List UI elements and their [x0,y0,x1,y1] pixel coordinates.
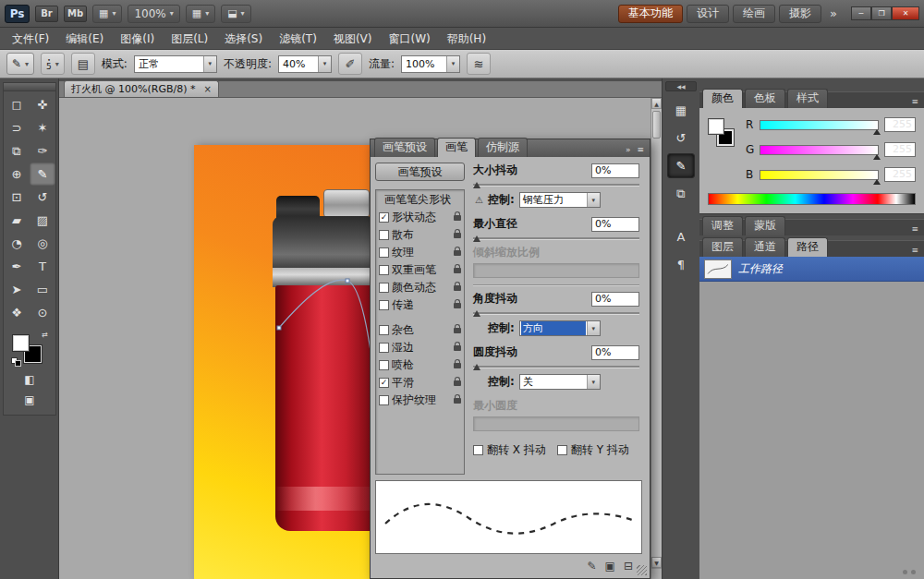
lock-icon[interactable] [454,233,461,238]
green-slider[interactable] [760,145,879,155]
min-diameter-slider[interactable] [473,234,639,242]
hand-tool[interactable]: ❖ [4,301,30,324]
tab-clone-source[interactable]: 仿制源 [478,138,528,157]
slider-thumb[interactable] [473,235,480,242]
option-color-dynamics[interactable]: 颜色动态 [376,279,464,296]
menu-help[interactable]: 帮助(H) [439,28,494,50]
move-tool[interactable]: ✜ [30,93,55,116]
lock-icon[interactable] [454,285,461,291]
lock-icon[interactable] [454,328,461,333]
color-spectrum-ramp[interactable] [708,193,916,205]
flip-y-checkbox-item[interactable]: 翻转 Y 抖动 [557,442,629,458]
checkbox[interactable] [379,230,389,240]
checkbox[interactable] [379,300,389,310]
type-tool[interactable]: T [30,255,55,278]
workspace-overflow-button[interactable]: » [825,6,842,20]
opacity-select[interactable]: 40% ▾ [278,55,332,73]
slider-thumb[interactable] [873,154,881,160]
document-artwork[interactable] [194,145,376,579]
checkbox[interactable] [379,395,389,405]
healing-brush-tool[interactable]: ⊕ [4,163,30,186]
tab-swatches[interactable]: 色板 [745,89,785,108]
expand-dock-button[interactable]: ◀◀ [665,81,697,91]
brushes-panel-icon[interactable]: ✎ [667,153,695,178]
checkbox[interactable] [379,325,389,335]
chevron-down-icon[interactable]: ▾ [587,193,600,207]
canvas-vertical-scrollbar[interactable]: ▲ ▼ [650,98,662,579]
menu-layer[interactable]: 图层(L) [163,28,216,50]
view-extras-button[interactable]: ▦ ▾ [92,5,122,23]
menu-edit[interactable]: 编辑(E) [57,28,112,50]
delete-brush-icon[interactable]: ⊟ [624,560,633,573]
default-colors-icon[interactable] [11,356,23,368]
red-value-input[interactable]: 255 [884,117,916,132]
history-brush-tool[interactable]: ↺ [30,186,55,209]
work-path-row[interactable]: 工作路径 [699,257,924,282]
chevron-down-icon[interactable]: ▾ [587,321,600,335]
eraser-tool[interactable]: ▰ [4,209,30,232]
path-selection-tool[interactable]: ➤ [4,278,30,301]
tab-paths[interactable]: 路径 [787,237,828,257]
blue-value-input[interactable]: 255 [884,167,916,182]
tab-channels[interactable]: 通道 [745,237,785,257]
lasso-tool[interactable]: ⊃ [4,116,30,139]
workspace-design[interactable]: 设计 [687,5,729,23]
green-value-input[interactable]: 255 [884,142,916,157]
panel-menu-icon[interactable]: ≡ [911,246,921,257]
lock-icon[interactable] [454,363,461,368]
checkbox[interactable] [379,247,389,258]
pen-tool[interactable]: ✒ [4,255,30,278]
brush-tool[interactable]: ✎ [30,163,55,186]
document-tab[interactable]: 打火机 @ 100%(RGB/8) * × [64,80,219,97]
screen-mode-toggle-button[interactable]: ▣ [17,390,43,409]
flip-x-checkbox-item[interactable]: 翻转 X 抖动 [473,442,546,458]
quick-selection-tool[interactable]: ✶ [30,116,55,139]
new-brush-icon[interactable]: ▣ [605,560,615,573]
preview-toggle-icon[interactable]: ✎ [588,560,597,573]
checkbox[interactable] [379,343,389,353]
min-diameter-input[interactable]: 0% [591,217,639,232]
panel-menu-icon[interactable]: ≡ [637,145,644,154]
size-control-dropdown[interactable]: 钢笔压力 ▾ [519,192,601,208]
option-wet-edges[interactable]: 湿边 [376,339,464,356]
blur-tool[interactable]: ◔ [4,232,30,255]
checkbox[interactable] [379,265,389,275]
red-slider[interactable] [760,120,879,130]
flow-select[interactable]: 100% ▾ [401,55,460,73]
option-protect-texture[interactable]: 保护纹理 [376,392,464,409]
foreground-color-swatch[interactable] [12,334,30,352]
slider-thumb[interactable] [473,182,480,188]
roundness-jitter-input[interactable]: 0% [591,345,639,360]
tab-styles[interactable]: 样式 [787,89,828,108]
path-thumbnail[interactable] [704,259,732,279]
lock-icon[interactable] [454,380,461,386]
paragraph-panel-icon[interactable]: ¶ [667,252,695,277]
option-dual-brush[interactable]: 双重画笔 [376,261,464,279]
rectangular-marquee-tool[interactable]: ◻ [4,93,30,116]
document-close-icon[interactable]: × [203,84,211,94]
scroll-down-icon[interactable]: ▼ [651,557,662,568]
menu-filter[interactable]: 滤镜(T) [271,28,325,50]
tab-brush-presets[interactable]: 画笔预设 [374,138,435,157]
lock-icon[interactable] [454,268,461,273]
scrollbar-thumb[interactable] [652,111,661,139]
arrange-documents-button[interactable]: ▦ ▾ [186,5,215,23]
menu-file[interactable]: 文件(F) [4,28,57,50]
close-button[interactable]: ✕ [892,6,919,20]
zoom-tool[interactable]: ⊙ [30,301,55,324]
blend-mode-select[interactable]: 正常 ▾ [134,55,217,73]
checkbox[interactable] [379,360,389,370]
slider-thumb[interactable] [473,364,480,370]
work-path-curve[interactable] [194,145,376,579]
tab-masks[interactable]: 蒙版 [745,216,785,235]
panel-menu-icon[interactable]: ≡ [911,224,921,235]
option-shape-dynamics[interactable]: ✓ 形状动态 [376,209,464,226]
option-texture[interactable]: 纹理 [376,244,464,261]
gradient-tool[interactable]: ▨ [30,209,55,232]
option-transfer[interactable]: 传递 [376,296,464,314]
history-panel-icon[interactable]: ↺ [667,126,695,151]
option-airbrush[interactable]: 喷枪 [376,356,464,374]
brush-tip-shape-row[interactable]: 画笔笔尖形状 [376,191,464,209]
clone-source-panel-icon[interactable]: ⧉ [667,181,695,206]
checkbox[interactable]: ✓ [379,212,389,223]
